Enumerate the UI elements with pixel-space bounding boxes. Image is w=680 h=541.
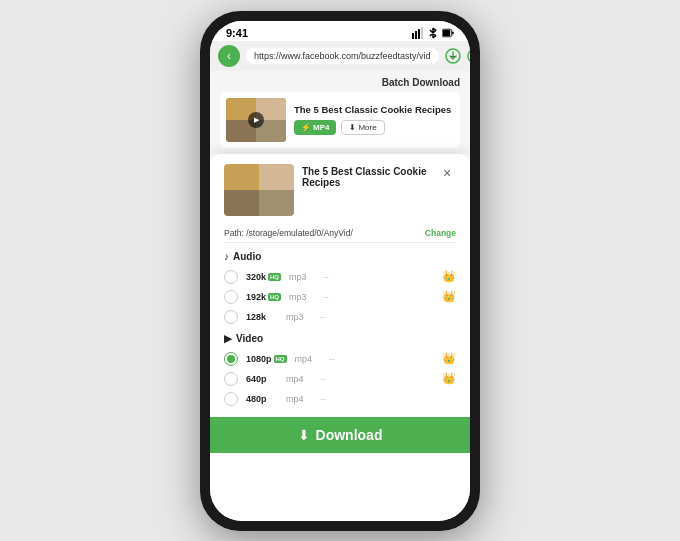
svg-rect-3 xyxy=(421,27,423,39)
quality-192k: 192k HQ xyxy=(246,292,281,302)
video-section-title: ▶ Video xyxy=(224,333,456,344)
refresh-icon xyxy=(467,48,470,64)
radio-128k[interactable] xyxy=(224,310,238,324)
bluetooth-icon xyxy=(427,27,439,39)
path-row: Path: /storage/emulated/0/AnyVid/ Change xyxy=(224,224,456,243)
video-title: The 5 Best Classic Cookie Recipes xyxy=(294,104,454,115)
audio-format-192k[interactable]: 192k HQ mp3 -- 👑 xyxy=(224,287,456,307)
radio-480p[interactable] xyxy=(224,392,238,406)
back-icon: ‹ xyxy=(227,49,231,63)
signal-icon xyxy=(412,27,424,39)
status-icons xyxy=(412,27,454,39)
bolt-icon: ⚡ xyxy=(301,123,311,132)
video-format-1080p[interactable]: 1080p HQ mp4 -- 👑 xyxy=(224,349,456,369)
radio-320k[interactable] xyxy=(224,270,238,284)
address-bar: ‹ https://www.facebook.com/buzzfeedtasty… xyxy=(210,41,470,71)
download-button-label: Download xyxy=(316,427,383,443)
download-action-icon[interactable] xyxy=(445,45,461,67)
quality-1080p: 1080p HQ xyxy=(246,354,287,364)
video-icon: ▶ xyxy=(224,333,232,344)
change-button[interactable]: Change xyxy=(425,228,456,238)
dash-192k: -- xyxy=(323,292,339,302)
back-button[interactable]: ‹ xyxy=(218,45,240,67)
type-128k: mp3 xyxy=(286,312,312,322)
radio-1080p[interactable] xyxy=(224,352,238,366)
video-actions: ⚡ MP4 ⬇ More xyxy=(294,120,454,135)
dash-480p: -- xyxy=(320,394,336,404)
video-format-640p[interactable]: 640p mp4 -- 👑 xyxy=(224,369,456,389)
music-icon: ♪ xyxy=(224,251,229,262)
audio-format-320k[interactable]: 320k HQ mp3 -- 👑 xyxy=(224,267,456,287)
crown-320k: 👑 xyxy=(442,270,456,283)
type-320k: mp3 xyxy=(289,272,315,282)
svg-rect-1 xyxy=(415,31,417,39)
quality-480p: 480p xyxy=(246,394,278,404)
type-1080p: mp4 xyxy=(295,354,321,364)
dash-640p: -- xyxy=(320,374,336,384)
type-480p: mp4 xyxy=(286,394,312,404)
close-button[interactable]: × xyxy=(438,164,456,182)
radio-192k[interactable] xyxy=(224,290,238,304)
play-button[interactable]: ▶ xyxy=(248,112,264,128)
refresh-action-icon[interactable] xyxy=(467,45,470,67)
status-bar: 9:41 xyxy=(210,21,470,41)
video-label: Video xyxy=(236,333,263,344)
save-icon xyxy=(445,48,461,64)
browser-content: Batch Download ▶ The 5 Best Classic Cook… xyxy=(210,71,470,154)
crown-640p: 👑 xyxy=(442,372,456,385)
download-panel: The 5 Best Classic Cookie Recipes × Path… xyxy=(210,154,470,521)
dash-128k: -- xyxy=(320,312,336,322)
more-button[interactable]: ⬇ More xyxy=(341,120,384,135)
phone-screen: 9:41 ‹ xyxy=(210,21,470,521)
panel-thumbnail xyxy=(224,164,294,216)
hq-badge-320k: HQ xyxy=(268,273,281,281)
download-arrow-icon: ⬇ xyxy=(298,427,310,443)
video-info: The 5 Best Classic Cookie Recipes ⚡ MP4 … xyxy=(294,104,454,135)
hq-badge-1080p: HQ xyxy=(274,355,287,363)
down-icon: ⬇ xyxy=(349,123,356,132)
batch-label: Batch Download xyxy=(220,77,460,88)
svg-rect-6 xyxy=(452,31,454,34)
close-icon: × xyxy=(443,165,451,181)
path-text: Path: /storage/emulated/0/AnyVid/ xyxy=(224,228,353,238)
phone-frame: 9:41 ‹ xyxy=(200,11,480,531)
battery-icon xyxy=(442,27,454,39)
quality-640p: 640p xyxy=(246,374,278,384)
hq-badge-192k: HQ xyxy=(268,293,281,301)
audio-label: Audio xyxy=(233,251,261,262)
svg-rect-2 xyxy=(418,29,420,39)
mp4-button[interactable]: ⚡ MP4 xyxy=(294,120,336,135)
video-section: ▶ Video 1080p HQ mp4 -- 👑 xyxy=(224,333,456,409)
audio-section: ♪ Audio 320k HQ mp3 -- 👑 192k xyxy=(224,251,456,327)
radio-640p[interactable] xyxy=(224,372,238,386)
audio-format-128k[interactable]: 128k mp3 -- xyxy=(224,307,456,327)
crown-1080p: 👑 xyxy=(442,352,456,365)
video-card: ▶ The 5 Best Classic Cookie Recipes ⚡ MP… xyxy=(220,92,460,148)
video-format-480p[interactable]: 480p mp4 -- xyxy=(224,389,456,409)
panel-header: The 5 Best Classic Cookie Recipes × xyxy=(224,164,456,216)
radio-inner-1080p xyxy=(227,355,235,363)
type-640p: mp4 xyxy=(286,374,312,384)
quality-128k: 128k xyxy=(246,312,278,322)
svg-point-8 xyxy=(468,49,470,63)
svg-rect-0 xyxy=(412,33,414,39)
quality-320k: 320k HQ xyxy=(246,272,281,282)
panel-title: The 5 Best Classic Cookie Recipes xyxy=(302,164,430,188)
more-label: More xyxy=(358,123,376,132)
status-time: 9:41 xyxy=(226,27,248,39)
url-field[interactable]: https://www.facebook.com/buzzfeedtasty/v… xyxy=(246,48,439,64)
dash-1080p: -- xyxy=(329,354,345,364)
download-bar[interactable]: ⬇ Download xyxy=(210,417,470,453)
type-192k: mp3 xyxy=(289,292,315,302)
crown-192k: 👑 xyxy=(442,290,456,303)
mp4-label: MP4 xyxy=(313,123,329,132)
dash-320k: -- xyxy=(323,272,339,282)
svg-rect-5 xyxy=(443,30,451,36)
video-thumbnail: ▶ xyxy=(226,98,286,142)
audio-section-title: ♪ Audio xyxy=(224,251,456,262)
